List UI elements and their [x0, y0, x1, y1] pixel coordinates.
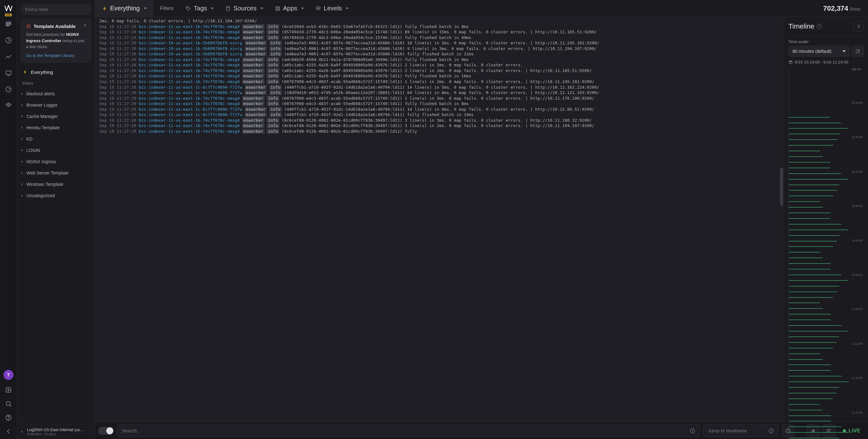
find-view-input[interactable]: Find a View [21, 4, 91, 15]
jump-input[interactable]: Jump to timeframe [703, 425, 779, 437]
log-line[interactable]: Sep 19 11:27:20 bzc-indexer-10-us-east-1… [98, 46, 784, 52]
theme-toggle[interactable] [98, 427, 114, 435]
sidebar-view-item[interactable]: Browser Logger [17, 99, 95, 111]
log-line[interactable]: Sep 19 11:27:20 bzc-indexer-11-us-east-1… [98, 106, 784, 112]
settings-icon[interactable] [2, 99, 15, 112]
boards-icon[interactable] [2, 50, 15, 63]
chevron-right-icon [21, 160, 25, 163]
layers-icon [315, 6, 321, 11]
log-line[interactable]: Sep 19 11:27:20 bzc-indexer-10-us-east-1… [98, 40, 784, 46]
pill-levels[interactable]: Levels [310, 0, 354, 17]
chevron-right-icon [21, 183, 25, 186]
pill-tags[interactable]: Tags [180, 0, 219, 17]
chevron-right-icon [21, 172, 25, 174]
avatar[interactable]: T [3, 370, 13, 380]
sidebar-view-item[interactable]: KD [17, 133, 95, 145]
timeline-tick: 11:18:00 [851, 376, 864, 380]
add-icon[interactable] [2, 384, 15, 396]
view-label: Web Server Template [26, 170, 68, 176]
sidebar-view-item[interactable]: LOGIN [17, 145, 95, 156]
log-line[interactable]: Sep 19 11:27:20 bzc-indexer-11-us-east-1… [98, 90, 784, 96]
org-footer[interactable]: LogDNA US East Internal (us… Retention: … [17, 424, 95, 439]
history-icon[interactable] [2, 34, 15, 46]
chevron-down-icon [260, 7, 264, 9]
tab-label: Everything [110, 5, 140, 12]
avatar-initial: T [7, 372, 10, 377]
search-input[interactable]: Search... [117, 425, 700, 437]
timeline-tick: 10:48:00 [851, 205, 864, 208]
help-icon[interactable]: ? [817, 24, 822, 29]
close-icon[interactable]: ✕ [83, 23, 87, 28]
logo[interactable]: STA [2, 2, 14, 14]
view-label: Browser Logger [26, 102, 58, 107]
refresh-button[interactable] [851, 46, 864, 57]
chevron-down-icon [301, 7, 304, 9]
log-line[interactable]: Sep 19 11:27:20 bzc-indexer-11-us-east-1… [98, 35, 784, 40]
log-viewer[interactable]: 2ms. 0 map fails. 0 cluster errors. | ht… [95, 17, 784, 422]
timeline-tick: 10:54:00 [851, 239, 864, 242]
timeline-chart[interactable]: Sep 19 10:30:0010:36:0010:42:0010:48:001… [788, 68, 864, 419]
sidebar-view-item[interactable]: Heroku Template [17, 122, 95, 133]
svg-point-11 [226, 6, 230, 8]
log-line[interactable]: Sep 19 11:27:20 bzc-indexer-11-us-east-1… [98, 123, 784, 129]
chevron-down-icon [842, 50, 846, 52]
sidebar-view-item[interactable]: NGINX Ingress [17, 156, 95, 167]
views-icon[interactable] [2, 18, 15, 30]
log-line[interactable]: 2ms. 0 map fails. 0 cluster errors. | ht… [98, 18, 784, 24]
log-line[interactable]: Sep 19 11:27:20 bzc-indexer-11-us-east-1… [98, 112, 784, 118]
chevron-right-icon [21, 149, 25, 152]
chevron-right-icon [21, 138, 25, 140]
live-indicator[interactable]: LIVE [838, 428, 865, 434]
log-line[interactable]: Sep 19 11:27:20 bzc-indexer-11-us-east-1… [98, 118, 784, 123]
search-icon[interactable] [2, 398, 15, 410]
views-header: Views [17, 79, 95, 88]
screens-icon[interactable] [2, 67, 15, 79]
scrollbar-thumb[interactable] [780, 168, 783, 206]
bolt-icon [102, 6, 107, 11]
sidebar-view-item[interactable]: blackout alerts [17, 88, 95, 99]
help-icon[interactable] [2, 411, 15, 424]
everything-row[interactable]: Everything [17, 66, 95, 79]
sidebar-view-item[interactable]: Uncategorized [17, 190, 95, 201]
view-label: Windows Template [26, 182, 63, 187]
template-link[interactable]: Go to the Template Library [26, 53, 86, 58]
log-line[interactable]: Sep 19 11:27:20 bzc-indexer-11-us-east-1… [98, 73, 784, 79]
view-label: Cache Manager [26, 114, 58, 119]
svg-rect-15 [278, 9, 280, 10]
sidebar-view-item[interactable]: Windows Template [17, 179, 95, 190]
timeline-tick: 10:30:00 [851, 101, 864, 104]
log-line[interactable]: Sep 19 11:27:20 bzc-indexer-11-us-east-1… [98, 85, 784, 90]
log-line[interactable]: Sep 19 11:27:20 bzc-indexer-10-us-east-1… [98, 51, 784, 57]
template-title: Template Available [34, 24, 76, 29]
timeline-panel: Timeline ? Time scale: 60 minutes (defau… [784, 17, 868, 422]
info-icon[interactable] [768, 428, 774, 434]
collapse-icon[interactable] [2, 425, 15, 438]
log-line[interactable]: Sep 19 11:27:20 bzc-indexer-11-us-east-1… [98, 24, 784, 30]
chevron-right-icon [21, 126, 25, 129]
pill-apps[interactable]: Apps [269, 0, 310, 17]
log-line[interactable]: Sep 19 11:27:20 bzc-indexer-11-us-east-1… [98, 129, 784, 134]
svg-rect-2 [6, 26, 9, 26]
timeline-tick: 11:24:00 [851, 411, 864, 414]
log-line[interactable]: Sep 19 11:27:20 bzc-indexer-11-us-east-1… [98, 68, 784, 73]
sidebar: Find a View ✕ Template Available Get bes… [17, 0, 95, 439]
collapse-panel-icon[interactable] [854, 21, 864, 31]
chevron-down-icon [346, 7, 349, 9]
sidebar-view-item[interactable]: Cache Manager [17, 111, 95, 122]
log-line[interactable]: Sep 19 11:27:20 bzc-indexer-11-us-east-1… [98, 101, 784, 106]
chevron-down-icon [211, 7, 214, 9]
log-line[interactable]: Sep 19 11:27:20 bzc-indexer-11-us-east-1… [98, 79, 784, 85]
pill-label: Tags [194, 5, 207, 12]
log-line[interactable]: Sep 19 11:27:20 bzc-indexer-11-us-east-1… [98, 96, 784, 101]
log-line[interactable]: Sep 19 11:27:20 bzc-indexer-11-us-east-1… [98, 57, 784, 63]
bottombar: Search... Jump to timeframe LIVE [95, 422, 868, 439]
info-icon[interactable] [690, 428, 695, 434]
timescale-select[interactable]: 60 minutes (default) [788, 46, 850, 57]
tab-everything[interactable]: Everything [95, 0, 154, 17]
log-line[interactable]: Sep 19 11:27:20 bzc-indexer-11-us-east-1… [98, 62, 784, 68]
gauge-icon[interactable] [2, 83, 15, 96]
log-line[interactable]: Sep 19 11:27:20 bzc-indexer-11-us-east-1… [98, 29, 784, 35]
filters-label: Filters [154, 6, 180, 11]
sidebar-view-item[interactable]: Web Server Template [17, 167, 95, 179]
pill-sources[interactable]: Sources [219, 0, 269, 17]
